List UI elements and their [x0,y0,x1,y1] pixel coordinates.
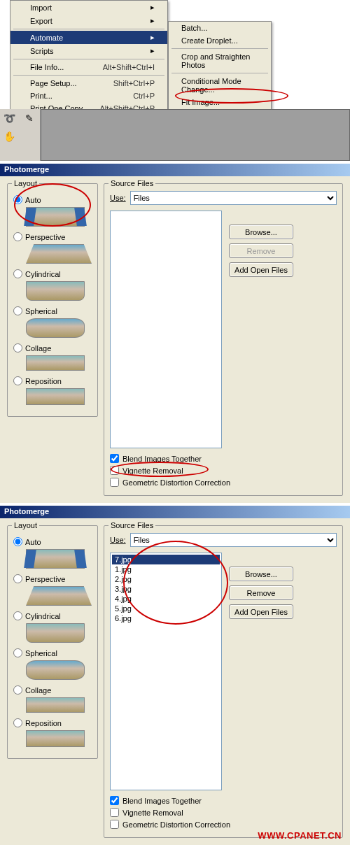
source-group: Source Files Use: Files 7.jpg1.jpg2.jpg3… [104,525,343,838]
reposition-thumb [26,388,85,405]
layout-option-auto[interactable]: Auto [13,195,92,204]
geom-check-row[interactable]: Geometric Distortion Correction [110,478,337,487]
check-label: Blend Images Together [122,797,202,805]
browse-button[interactable]: Browse... [229,567,293,581]
submenu-item-create-droplet[interactable]: Create Droplet... [169,34,271,47]
vignette-checkbox[interactable] [110,466,119,475]
layout-option-collage[interactable]: Collage [13,343,92,353]
auto-radio[interactable] [13,195,22,204]
menu-label: Automate [30,34,63,42]
layout-option-cylindrical[interactable]: Cylindrical [13,269,92,278]
perspective-radio[interactable] [13,574,22,583]
layout-option-perspective[interactable]: Perspective [13,232,92,241]
menu-item-export[interactable]: Export▸ [10,14,167,27]
add-open-files-button[interactable]: Add Open Files [229,604,293,619]
source-group-label: Source Files [108,179,155,187]
lasso-tool-icon[interactable]: ➰ [1,111,17,126]
button-column: Browse... Remove Add Open Files [229,567,293,790]
layout-option-reposition[interactable]: Reposition [13,718,92,727]
file-item[interactable]: 5.jpg [112,604,220,613]
menu-shortcut: Ctrl+P [133,92,155,100]
photomerge-dialog-1: Photomerge Layout Auto Perspective Cylin… [0,164,350,503]
hand-tool-icon[interactable]: ✋ [1,129,17,144]
file-item[interactable]: 6.jpg [112,613,220,623]
file-item[interactable]: 4.jpg [112,594,220,604]
menu-label: File Info... [30,63,64,71]
canvas-area [41,109,350,161]
menu-item-print[interactable]: Print...Ctrl+P [10,90,167,102]
reposition-radio[interactable] [13,376,22,385]
layout-groupbox: Layout Auto Perspective Cylindrical Sphe… [7,525,98,759]
vignette-check-row[interactable]: Vignette Removal [110,466,337,475]
button-column: Browse... Remove Add Open Files [229,225,293,448]
layout-option-perspective[interactable]: Perspective [13,574,92,583]
file-item[interactable]: 7.jpg [112,555,220,564]
layout-option-collage[interactable]: Collage [13,685,92,695]
geom-checkbox[interactable] [110,820,119,829]
radio-label: Cylindrical [25,612,61,620]
file-list[interactable]: 7.jpg1.jpg2.jpg3.jpg4.jpg5.jpg6.jpg [110,553,222,790]
collage-radio[interactable] [13,343,22,353]
menu-item-file-info[interactable]: File Info...Alt+Shift+Ctrl+I [10,61,167,73]
use-select[interactable]: Files [130,191,337,205]
watermark: WWW.CPANET.CN [258,830,342,841]
menu-separator [172,48,268,49]
check-label: Geometric Distortion Correction [122,820,230,829]
layout-group: Layout Auto Perspective Cylindrical Sphe… [7,525,98,838]
radio-label: Collage [25,686,51,695]
menu-item-automate[interactable]: Automate▸ [10,31,167,44]
blend-check-row[interactable]: Blend Images Together [110,454,337,463]
submenu-item-conditional[interactable]: Conditional Mode Change... [169,75,271,96]
file-item[interactable]: 1.jpg [112,564,220,574]
menu-item-page-setup[interactable]: Page Setup...Shift+Ctrl+P [10,77,167,90]
source-group: Source Files Use: Files Browse... Remove… [104,183,343,496]
geom-checkbox[interactable] [110,478,119,487]
auto-thumb [26,207,85,227]
reposition-radio[interactable] [13,718,22,727]
file-list[interactable] [110,211,222,448]
submenu-item-fit-image[interactable]: Fit Image... [169,96,271,108]
chevron-right-icon: ▸ [150,16,155,25]
radio-label: Perspective [25,233,65,241]
vignette-check-row[interactable]: Vignette Removal [110,808,337,817]
remove-button[interactable]: Remove [229,585,293,600]
blend-check-row[interactable]: Blend Images Together [110,796,337,805]
spherical-radio[interactable] [13,306,22,315]
tools-panel: ➰ ✎ ✋ [0,109,41,161]
layout-option-reposition[interactable]: Reposition [13,376,92,385]
perspective-radio[interactable] [13,232,22,241]
eyedropper-tool-icon[interactable]: ✎ [22,111,37,126]
layout-option-auto[interactable]: Auto [13,537,92,546]
layout-option-spherical[interactable]: Spherical [13,306,92,315]
browse-button[interactable]: Browse... [229,225,293,239]
collage-radio[interactable] [13,685,22,695]
radio-label: Cylindrical [25,270,61,278]
vignette-checkbox[interactable] [110,808,119,817]
menu-label: Import [30,3,52,12]
source-groupbox: Source Files Use: Files Browse... Remove… [104,183,343,496]
chevron-right-icon: ▸ [150,33,155,42]
menu-label: Scripts [30,47,54,55]
submenu-item-batch[interactable]: Batch... [169,22,271,34]
auto-thumb [26,549,85,569]
layout-option-cylindrical[interactable]: Cylindrical [13,611,92,620]
check-label: Vignette Removal [122,467,183,475]
radio-label: Reposition [25,377,62,385]
file-item[interactable]: 3.jpg [112,584,220,594]
use-select[interactable]: Files [130,533,337,547]
blend-checkbox[interactable] [110,796,119,805]
auto-radio[interactable] [13,537,22,546]
menu-separator [172,73,268,73]
menu-item-scripts[interactable]: Scripts▸ [10,44,167,57]
submenu-item-crop-straighten[interactable]: Crop and Straighten Photos [169,50,271,71]
cylindrical-radio[interactable] [13,269,22,278]
blend-checkbox[interactable] [110,454,119,463]
file-item[interactable]: 2.jpg [112,574,220,584]
cylindrical-radio[interactable] [13,611,22,620]
geom-check-row[interactable]: Geometric Distortion Correction [110,820,337,829]
menu-item-import[interactable]: Import▸ [10,1,167,14]
remove-button[interactable]: Remove [229,243,293,258]
layout-option-spherical[interactable]: Spherical [13,648,92,657]
add-open-files-button[interactable]: Add Open Files [229,262,293,277]
spherical-radio[interactable] [13,648,22,657]
